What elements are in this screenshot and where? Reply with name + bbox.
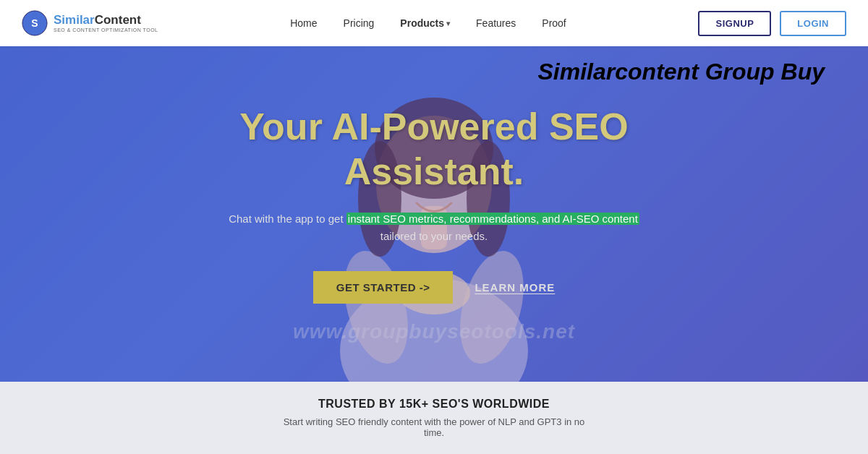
- bottom-subtitle: Start writing SEO friendly content with …: [282, 416, 586, 438]
- tagline: SEO & CONTENT OPTIMIZATION TOOL: [54, 27, 158, 33]
- svg-text:S: S: [31, 17, 38, 29]
- hero-subtitle: Chat with the app to get instant SEO met…: [224, 210, 644, 245]
- watermark: www.groupbuyseotools.net: [293, 320, 575, 343]
- learn-more-button[interactable]: LEARN MORE: [475, 281, 555, 294]
- bottom-title: TRUSTED BY 15K+ SEO'S WORLDWIDE: [318, 398, 550, 411]
- navbar: S SimilarContent SEO & CONTENT OPTIMIZAT…: [0, 0, 868, 46]
- hero-actions: GET STARTED -> LEARN MORE: [313, 271, 556, 304]
- hero-section: Similarcontent Group Buy Your AI-Powered…: [0, 0, 868, 408]
- sidebar-item-pricing[interactable]: Pricing: [344, 17, 375, 30]
- bottom-section: TRUSTED BY 15K+ SEO'S WORLDWIDE Start wr…: [0, 382, 868, 454]
- nav-links: Home Pricing Products ▾ Features Proof: [158, 17, 699, 30]
- highlight-text: instant SEO metrics, recommendations, an…: [346, 213, 639, 225]
- signup-button[interactable]: SIGNUP: [698, 11, 771, 36]
- nav-buttons: SIGNUP LOGIN: [698, 11, 846, 36]
- products-link[interactable]: Products ▾: [400, 17, 450, 29]
- sidebar-item-home[interactable]: Home: [290, 17, 317, 30]
- sidebar-item-products[interactable]: Products ▾: [400, 17, 450, 29]
- home-link[interactable]: Home: [290, 17, 317, 29]
- hero-title: Your AI-Powered SEO Assistant.: [239, 104, 628, 194]
- pricing-link[interactable]: Pricing: [344, 17, 375, 29]
- group-buy-badge: Similarcontent Group Buy: [538, 58, 825, 85]
- logo-icon: S: [22, 10, 48, 36]
- get-started-button[interactable]: GET STARTED ->: [313, 271, 454, 304]
- logo: S SimilarContent SEO & CONTENT OPTIMIZAT…: [22, 10, 158, 36]
- chevron-down-icon: ▾: [446, 20, 450, 27]
- login-button[interactable]: LOGIN: [780, 11, 846, 36]
- logo-text: SimilarContent SEO & CONTENT OPTIMIZATIO…: [54, 14, 158, 33]
- sidebar-item-features[interactable]: Features: [476, 17, 516, 30]
- proof-link[interactable]: Proof: [542, 17, 566, 29]
- sidebar-item-proof[interactable]: Proof: [542, 17, 566, 30]
- features-link[interactable]: Features: [476, 17, 516, 29]
- brand-name: SimilarContent: [54, 14, 158, 27]
